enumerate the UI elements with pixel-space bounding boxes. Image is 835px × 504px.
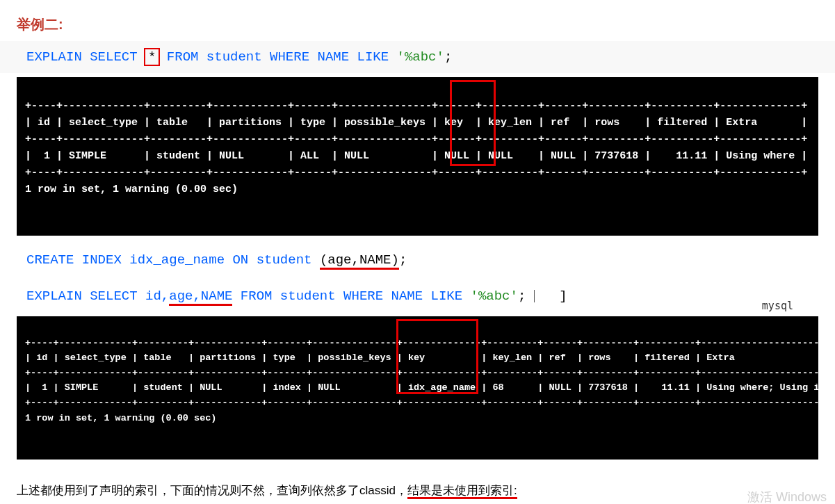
sql-string: '%abc' xyxy=(471,288,518,304)
section-heading: 举例二: xyxy=(0,0,835,41)
sql-text: ; xyxy=(399,252,407,268)
highlight-select-cols: age,NAME xyxy=(169,288,232,306)
terminal-output-2: +----+-------------+---------+----------… xyxy=(17,316,818,460)
table-sep: +----+-------------+---------+----------… xyxy=(25,398,818,408)
table-header: | id | select_type | table | partitions … xyxy=(25,117,807,129)
sql-text: ; xyxy=(518,288,526,304)
para-highlight: 结果是未使用到索引: xyxy=(407,484,517,499)
sql-text: FROM student WHERE NAME LIKE xyxy=(159,49,396,65)
highlight-columns: (age,NAME) xyxy=(320,252,399,270)
table-sep: +----+-------------+---------+----------… xyxy=(25,100,807,112)
table-row: | 1 | SIMPLE | student | NULL | ALL | NU… xyxy=(25,150,807,162)
table-sep: +----+-------------+---------+----------… xyxy=(25,338,818,348)
table-footer: 1 row in set, 1 warning (0.00 sec) xyxy=(25,184,238,195)
table-row: | 1 | SIMPLE | student | NULL | index | … xyxy=(25,382,818,393)
highlight-star: * xyxy=(144,48,160,66)
explanation-text: 上述都使用到了声明的索引，下面的情况则不然，查询列依然多了classid，结果是… xyxy=(0,468,835,504)
table-sep: +----+-------------+---------+----------… xyxy=(25,133,807,145)
table-sep: +----+-------------+---------+----------… xyxy=(25,368,818,378)
sql-text: EXPLAIN SELECT xyxy=(26,49,145,65)
sql-text: CREATE INDEX idx_age_name ON student xyxy=(26,252,320,268)
table-footer: 1 row in set, 1 warning (0.00 sec) xyxy=(25,413,216,423)
sql-explain-2: EXPLAIN SELECT id,age,NAME FROM student … xyxy=(0,276,835,312)
language-tag: mysql xyxy=(720,295,835,316)
sql-string: '%abc' xyxy=(397,49,444,65)
sql-text: EXPLAIN SELECT id, xyxy=(26,288,169,304)
para-text: 上述都使用到了声明的索引，下面的情况则不然，查询列依然多了classid， xyxy=(17,484,407,497)
sql-explain-1: EXPLAIN SELECT * FROM student WHERE NAME… xyxy=(0,41,835,73)
sql-text: ; xyxy=(444,49,452,65)
sql-text: FROM student WHERE NAME LIKE xyxy=(232,288,470,304)
sql-create-index: CREATE INDEX idx_age_name ON student (ag… xyxy=(0,244,835,276)
text-cursor xyxy=(534,290,535,302)
table-sep: +----+-------------+---------+----------… xyxy=(25,167,807,179)
table-header: | id | select_type | table | partitions … xyxy=(25,352,818,363)
terminal-output-1: +----+-------------+---------+----------… xyxy=(17,77,818,236)
